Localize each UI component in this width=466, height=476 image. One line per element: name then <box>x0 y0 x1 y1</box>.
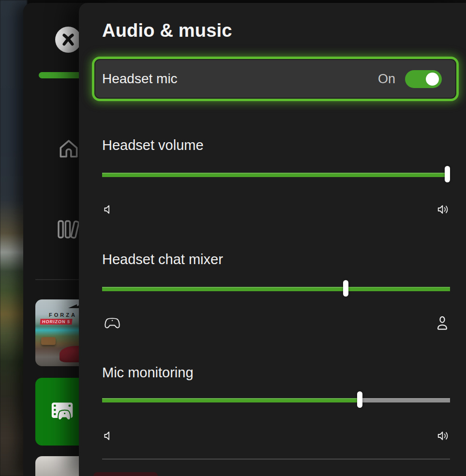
controller-icon <box>102 315 122 331</box>
page-title: Audio & music <box>102 20 232 41</box>
chat-mixer-icons <box>102 314 450 332</box>
headset-volume-label: Headset volume <box>102 137 204 153</box>
toggle-knob <box>426 73 439 86</box>
next-section-peek <box>93 472 158 476</box>
headset-mic-toggle[interactable] <box>405 70 442 88</box>
mic-monitoring-label: Mic monitoring <box>102 365 194 381</box>
filmstrip-controller-icon <box>49 401 77 423</box>
slider-thumb[interactable] <box>343 280 348 297</box>
speaker-loud-icon <box>436 203 450 216</box>
speaker-loud-icon <box>436 429 450 443</box>
mic-monitoring-slider[interactable] <box>102 397 450 402</box>
library-icon[interactable] <box>55 217 82 242</box>
mic-monitoring-icons <box>102 429 450 443</box>
headset-volume-slider[interactable] <box>102 171 450 177</box>
home-icon[interactable] <box>57 136 81 161</box>
speaker-quiet-icon <box>102 430 115 442</box>
headset-mic-row[interactable]: Headset mic On <box>92 57 459 101</box>
section-divider <box>102 459 450 460</box>
headset-mic-label: Headset mic <box>102 71 178 87</box>
slider-fill <box>102 398 360 402</box>
xbox-x-glyph <box>59 30 78 49</box>
person-icon <box>435 315 450 331</box>
xbox-logo-icon[interactable] <box>55 27 81 53</box>
slider-fill <box>102 287 346 291</box>
forza-subtitle-text: HORIZON 5 <box>40 319 72 325</box>
slider-thumb[interactable] <box>445 166 450 182</box>
slider-thumb[interactable] <box>357 391 362 408</box>
speaker-quiet-icon <box>102 203 115 216</box>
toggle-state-label: On <box>378 72 395 87</box>
chat-mixer-label: Headset chat mixer <box>102 252 223 268</box>
audio-music-panel: Audio & music Headset mic On Headset vol… <box>79 3 466 476</box>
chat-mixer-slider[interactable] <box>102 285 450 291</box>
slider-fill <box>102 173 450 177</box>
volume-slider-icons <box>102 202 450 217</box>
forza-art-truck <box>41 337 56 345</box>
